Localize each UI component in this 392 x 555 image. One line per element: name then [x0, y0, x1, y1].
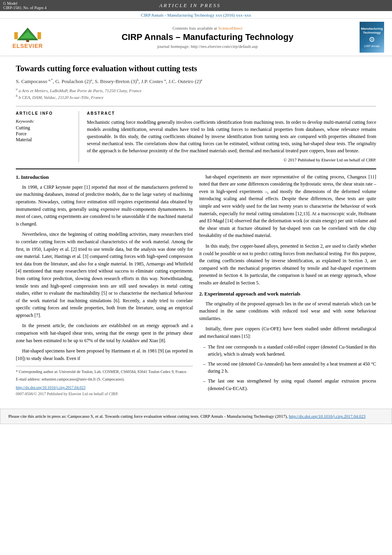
- right-para-2: In this study, five copper-based alloys,…: [199, 242, 376, 287]
- journal-title-area: Contents lists available at ScienceDirec…: [55, 26, 360, 49]
- bullet-item-1: – The first one corresponds to a standar…: [203, 343, 376, 358]
- bullet-list: – The first one corresponds to a standar…: [199, 343, 376, 392]
- footnotes: * Corresponding author at: Université de…: [16, 366, 193, 382]
- keywords-label: Keywords:: [16, 119, 72, 123]
- affiliation-a: a a Arts et Metiers, LaBoMaP, Rue Porte …: [16, 87, 376, 93]
- article-in-press-banner: ARTICLE IN PRESS: [47, 2, 334, 9]
- left-column: 1. Introduction In 1998, a CIRP keynote …: [16, 173, 193, 397]
- section2-heading: 2. Experimental approach and work materi…: [199, 290, 376, 298]
- journal-ref-line: CIRP Annals - Manufacturing Technology x…: [0, 11, 392, 19]
- svg-rect-5: [38, 32, 41, 39]
- intro-para-1: In 1998, a CIRP keynote paper [1] report…: [16, 184, 193, 228]
- intro-para-4: Hat-shaped specimens have been proposed …: [16, 347, 193, 362]
- affiliation-b: b b CEA, DAM, Valduc, 21120 Is-sur-Tille…: [16, 94, 376, 100]
- keyword-material: Material: [16, 137, 72, 143]
- citation-bar: Please cite this article in press as: Ca…: [0, 409, 392, 424]
- abstract-heading: ABSTRACT: [87, 111, 376, 116]
- article-info-panel: ARTICLE INFO Keywords: Cutting Force Mat…: [16, 111, 79, 162]
- contents-available: Contents lists available at ScienceDirec…: [55, 26, 360, 30]
- intro-heading: 1. Introduction: [16, 173, 193, 181]
- sciencedirect-link[interactable]: ScienceDirect: [218, 26, 243, 30]
- article-info-heading: ARTICLE INFO: [16, 111, 72, 116]
- model-info: G Model CIRP-1581; No. of Pages 4: [3, 1, 47, 10]
- elsevier-logo: ELSEVIER: [8, 25, 47, 49]
- elsevier-tree-icon: [12, 27, 43, 43]
- abstract-text: Mechanistic cutting force modelling gene…: [87, 119, 376, 154]
- keyword-force: Force: [16, 131, 72, 137]
- doi-link[interactable]: http://dx.doi.org/10.1016/j.cirp.2017.04…: [16, 385, 193, 391]
- copyright-line: © 2017 Published by Elsevier Ltd on beha…: [87, 157, 376, 162]
- issn-line: 0007-8506/© 2017 Published by Elsevier L…: [16, 391, 193, 397]
- bullet-item-2: – The second one (denoted Cu-Annealed) h…: [203, 360, 376, 375]
- intro-para-2: Nevertheless, since the beginning of cut…: [16, 231, 193, 319]
- journal-header: ELSEVIER Contents lists available at Sci…: [0, 19, 392, 56]
- citation-doi-link[interactable]: http://dx.doi.org/10.1016/j.cirp.2017.04…: [289, 414, 366, 419]
- two-column-body: 1. Introduction In 1998, a CIRP keynote …: [16, 169, 376, 397]
- affiliations: a a Arts et Metiers, LaBoMaP, Rue Porte …: [16, 87, 376, 99]
- keyword-cutting: Cutting: [16, 125, 72, 131]
- abstract-panel: ABSTRACT Mechanistic cutting force model…: [87, 111, 376, 162]
- footnote-corresponding: * Corresponding author at: Université de…: [16, 369, 193, 375]
- article-title: Towards cutting force evaluation without…: [16, 64, 376, 73]
- section2-para-1: The originality of the proposed approach…: [199, 300, 376, 322]
- footnote-email: E-mail address: sebastien.campocasso@uni…: [16, 376, 193, 383]
- intro-para-3: In the present article, the conclusions …: [16, 322, 193, 344]
- bullet-item-3: – The last one was strengthened by using…: [203, 377, 376, 392]
- journal-homepage: journal homepage: http://ees.elsevier.co…: [55, 44, 360, 49]
- svg-rect-4: [14, 32, 18, 39]
- elsevier-wordmark: ELSEVIER: [12, 43, 43, 49]
- top-bar: G Model CIRP-1581; No. of Pages 4 ARTICL…: [0, 0, 392, 11]
- article-content: Towards cutting force evaluation without…: [0, 56, 392, 405]
- info-abstract-row: ARTICLE INFO Keywords: Cutting Force Mat…: [16, 106, 376, 162]
- authors-line: S. Campocasso a,*, G. Poulachon (2)a, S.…: [16, 78, 376, 85]
- citation-text: Please cite this article in press as: Ca…: [8, 414, 289, 419]
- right-para-1: hat-shaped experiments are more represen…: [199, 173, 376, 239]
- right-column: hat-shaped experiments are more represen…: [199, 173, 376, 397]
- journal-thumbnail: ManufacturingTechnology ⚙ CIRP Annals: [360, 22, 384, 53]
- section2-para-2: Initially, three pure coppers (Cu-OFE) h…: [199, 325, 376, 340]
- journal-main-title: CIRP Annals – Manufacturing Technology: [55, 32, 360, 42]
